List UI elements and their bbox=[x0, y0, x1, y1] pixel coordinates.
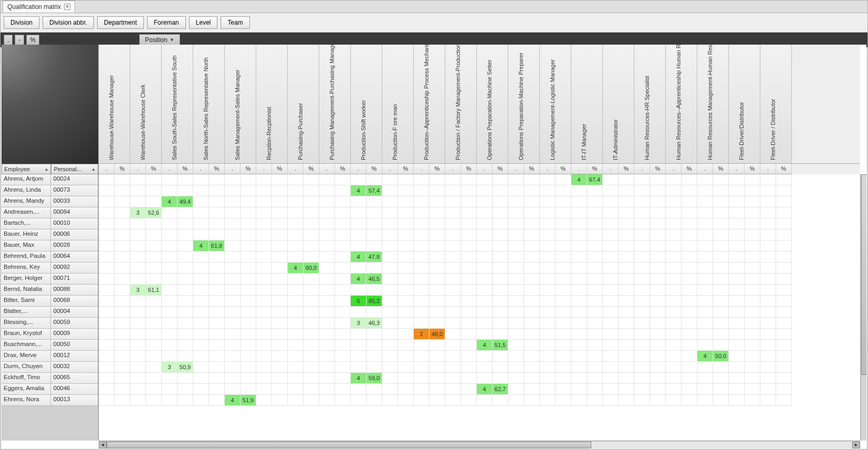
data-cell-pair[interactable] bbox=[162, 307, 193, 318]
data-cell-pair[interactable] bbox=[697, 318, 729, 329]
data-cell-pair[interactable] bbox=[571, 329, 603, 340]
data-cell-pair[interactable] bbox=[603, 218, 634, 229]
data-cell-pair[interactable] bbox=[193, 274, 225, 285]
data-cell-pair[interactable] bbox=[445, 395, 477, 406]
data-cell-pair[interactable] bbox=[760, 240, 792, 252]
data-cell-pair[interactable] bbox=[414, 174, 445, 185]
data-cell-pair[interactable]: 346,3 bbox=[351, 318, 382, 329]
data-cell-pair[interactable] bbox=[414, 229, 445, 240]
position-column-header[interactable]: Production-Shift worker bbox=[351, 45, 382, 163]
data-cell-pair[interactable] bbox=[162, 373, 193, 384]
data-cell-pair[interactable] bbox=[99, 174, 130, 185]
employee-row-header[interactable]: Ahrens, Mandy00033 bbox=[2, 196, 98, 207]
data-cell-pair[interactable] bbox=[382, 252, 414, 263]
data-cell-pair[interactable] bbox=[540, 274, 571, 285]
data-cell-pair[interactable] bbox=[319, 318, 351, 329]
data-cell-pair[interactable] bbox=[760, 185, 792, 196]
data-cell-pair[interactable] bbox=[99, 362, 130, 373]
employee-row-header[interactable]: Braun, Krystof00009 bbox=[2, 329, 98, 340]
employee-row-header[interactable]: Blatter,...00004 bbox=[2, 307, 98, 318]
data-cell-pair[interactable] bbox=[697, 340, 729, 351]
data-cell-pair[interactable] bbox=[288, 285, 319, 296]
data-cell-pair[interactable] bbox=[162, 185, 193, 196]
data-cell-pair[interactable] bbox=[760, 395, 792, 406]
data-cell-pair[interactable] bbox=[697, 395, 729, 406]
data-cell-pair[interactable] bbox=[99, 329, 130, 340]
data-cell-pair[interactable]: 585,2 bbox=[351, 296, 382, 307]
data-cell-pair[interactable] bbox=[540, 174, 571, 185]
position-column-header[interactable]: Warehouse-Warehouse Clerk bbox=[130, 45, 162, 163]
data-cell-pair[interactable] bbox=[162, 174, 193, 185]
data-cell-pair[interactable] bbox=[445, 362, 477, 373]
dash-button[interactable]: - bbox=[15, 35, 24, 45]
data-cell-pair[interactable] bbox=[99, 263, 130, 274]
employee-row-header[interactable]: Blessing,...00059 bbox=[2, 318, 98, 329]
data-cell-pair[interactable] bbox=[634, 329, 666, 340]
data-cell-pair[interactable]: 459,0 bbox=[351, 373, 382, 384]
data-cell-pair[interactable] bbox=[225, 218, 256, 229]
data-cell-pair[interactable] bbox=[603, 185, 634, 196]
data-cell-pair[interactable] bbox=[445, 340, 477, 351]
data-cell-pair[interactable] bbox=[288, 185, 319, 196]
data-cell-pair[interactable] bbox=[351, 395, 382, 406]
position-column-header[interactable]: Warehouse-Warehouse Manager bbox=[99, 45, 130, 163]
employee-row-header[interactable]: Andreasen,...00084 bbox=[2, 207, 98, 218]
data-cell-pair[interactable] bbox=[256, 296, 288, 307]
data-cell-pair[interactable] bbox=[256, 373, 288, 384]
personal-column-header[interactable]: Personal... ▲ bbox=[51, 164, 98, 174]
data-cell-pair[interactable] bbox=[130, 395, 162, 406]
data-cell-pair[interactable] bbox=[508, 240, 540, 252]
data-cell-pair[interactable] bbox=[571, 296, 603, 307]
data-cell-pair[interactable] bbox=[634, 252, 666, 263]
data-cell-pair[interactable] bbox=[130, 329, 162, 340]
data-cell-pair[interactable] bbox=[571, 240, 603, 252]
data-cell-pair[interactable] bbox=[603, 285, 634, 296]
employee-row-header[interactable]: Bernd, Natalia00088 bbox=[2, 285, 98, 296]
data-cell-pair[interactable] bbox=[603, 263, 634, 274]
data-cell-pair[interactable] bbox=[508, 174, 540, 185]
data-cell-pair[interactable] bbox=[319, 296, 351, 307]
data-cell-pair[interactable] bbox=[288, 240, 319, 252]
data-cell-pair[interactable] bbox=[193, 196, 225, 207]
data-cell-pair[interactable] bbox=[508, 252, 540, 263]
data-cell-pair[interactable] bbox=[414, 218, 445, 229]
data-cell-pair[interactable] bbox=[99, 340, 130, 351]
data-cell-pair[interactable] bbox=[571, 229, 603, 240]
data-cell-pair[interactable] bbox=[319, 207, 351, 218]
data-cell-pair[interactable] bbox=[729, 296, 760, 307]
data-cell-pair[interactable] bbox=[508, 296, 540, 307]
data-cell-pair[interactable] bbox=[634, 296, 666, 307]
data-cell-pair[interactable] bbox=[729, 340, 760, 351]
dot-button[interactable]: . bbox=[4, 35, 13, 45]
data-cell-pair[interactable] bbox=[319, 185, 351, 196]
data-cell-pair[interactable] bbox=[603, 340, 634, 351]
scroll-thumb[interactable] bbox=[107, 442, 591, 448]
data-cell-pair[interactable] bbox=[477, 229, 508, 240]
data-cell-pair[interactable] bbox=[729, 185, 760, 196]
data-cell-pair[interactable] bbox=[477, 263, 508, 274]
data-cell-pair[interactable] bbox=[130, 229, 162, 240]
data-cell-pair[interactable] bbox=[130, 362, 162, 373]
data-cell-pair[interactable] bbox=[319, 362, 351, 373]
data-cell-pair[interactable] bbox=[634, 395, 666, 406]
data-cell-pair[interactable] bbox=[697, 384, 729, 395]
data-cell-pair[interactable] bbox=[225, 207, 256, 218]
data-cell-pair[interactable] bbox=[414, 196, 445, 207]
data-cell-pair[interactable] bbox=[729, 196, 760, 207]
data-cell-pair[interactable] bbox=[130, 340, 162, 351]
data-cell-pair[interactable] bbox=[634, 285, 666, 296]
data-cell-pair[interactable] bbox=[162, 263, 193, 274]
data-cell-pair[interactable] bbox=[729, 329, 760, 340]
data-cell-pair[interactable] bbox=[256, 207, 288, 218]
scroll-track[interactable] bbox=[107, 442, 852, 448]
data-cell-pair[interactable] bbox=[382, 285, 414, 296]
data-cell-pair[interactable] bbox=[666, 362, 697, 373]
horizontal-scrollbar[interactable]: ◄ ► bbox=[99, 441, 860, 448]
data-cell-pair[interactable] bbox=[571, 395, 603, 406]
data-cell-pair[interactable] bbox=[319, 274, 351, 285]
data-cell-pair[interactable] bbox=[414, 240, 445, 252]
data-cell-pair[interactable] bbox=[603, 329, 634, 340]
data-cell-pair[interactable] bbox=[666, 252, 697, 263]
data-cell-pair[interactable] bbox=[729, 174, 760, 185]
data-cell-pair[interactable] bbox=[477, 351, 508, 362]
